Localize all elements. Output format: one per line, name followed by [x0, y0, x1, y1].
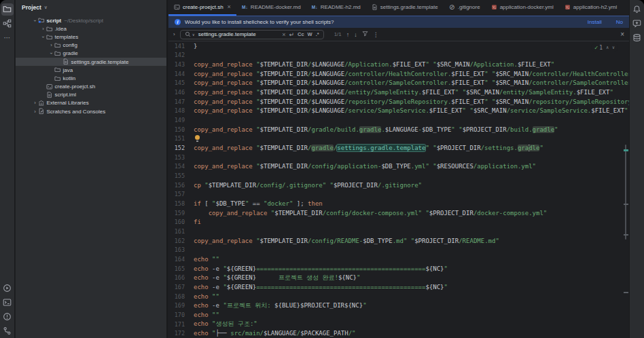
code-line-145[interactable]: 145copy_and_replace "$TEMPLATE_DIR/$LANG… — [168, 79, 629, 88]
search-input[interactable]: settings.gradle.template — [198, 31, 279, 37]
code-line-167[interactable]: 167echo -e "${GREEN}====================… — [168, 282, 629, 292]
folder-icon — [46, 34, 53, 41]
database-tool-button[interactable] — [631, 32, 643, 44]
scroll-mark[interactable] — [624, 204, 628, 205]
project-panel-header[interactable]: Project ∨ — [16, 0, 166, 14]
chevron-down-icon[interactable]: › — [40, 34, 46, 40]
next-problem-chevron-icon[interactable]: ∨ — [612, 45, 615, 50]
tab-README-docker.md[interactable]: M↓README-docker.md — [236, 0, 306, 16]
code-line-153[interactable]: 153 — [168, 153, 629, 162]
tree-item-kotlin[interactable]: kotlin — [16, 74, 166, 82]
no-link[interactable]: No — [616, 19, 623, 25]
inspections-widget[interactable]: ✓1 ∧ ∨ — [591, 43, 618, 52]
code-line-147[interactable]: 147copy_and_replace "$TEMPLATE_DIR/$LANG… — [168, 97, 629, 107]
ide-window: ⋯ Project ∨ ›script~/Desktop/script›.ide… — [0, 0, 644, 338]
run-tool-button[interactable] — [1, 282, 14, 295]
code-line-164[interactable]: 164echo "" — [168, 255, 629, 264]
clear-search-icon[interactable]: × — [282, 31, 285, 38]
code-line-171[interactable]: 171echo "생성된 구조:" — [168, 320, 629, 329]
code-line-165[interactable]: 165echo -e "${GREEN}====================… — [168, 264, 629, 274]
code-line-159[interactable]: 159 copy_and_replace "$TEMPLATE_DIR/conf… — [168, 208, 629, 218]
tree-item-settings.gradle.template[interactable]: settings.gradle.template — [16, 58, 166, 66]
code-line-146[interactable]: 146copy_and_replace "$TEMPLATE_DIR/$LANG… — [168, 88, 629, 97]
chevron-right-icon[interactable]: › — [32, 109, 38, 115]
code-line-155[interactable]: 155 — [168, 171, 629, 181]
code-line-168[interactable]: 168echo "" — [168, 292, 629, 301]
search-more-options-icon[interactable]: ⋮ — [373, 31, 379, 38]
tree-item-templates[interactable]: ›templates — [16, 33, 166, 41]
code-line-172[interactable]: 172echo "├── src/main/$LANGUAGE/$PACKAGE… — [168, 328, 629, 338]
newline-toggle-icon[interactable]: ↵ — [289, 31, 294, 38]
code-line-142[interactable]: 142 — [168, 51, 629, 60]
tab-.gitignore[interactable]: ⊘.gitignore — [444, 0, 486, 16]
chevron-right-icon[interactable]: › — [32, 100, 38, 106]
code-line-150[interactable]: 150copy_and_replace "$TEMPLATE_DIR/gradl… — [168, 125, 629, 134]
scroll-mark[interactable] — [624, 234, 628, 236]
chevron-down-icon[interactable]: › — [48, 50, 54, 56]
code-editor[interactable]: ✓1 ∧ ∨ 141}142143copy_and_replace "$TEMP… — [168, 41, 629, 338]
code-line-157[interactable]: 157 — [168, 190, 629, 200]
structure-tool-button[interactable] — [1, 18, 14, 30]
words-toggle[interactable]: W — [308, 31, 312, 37]
tree-item-script.iml[interactable]: script.iml — [16, 91, 166, 99]
code-line-156[interactable]: 156cp "$TEMPLATE_DIR/config/.gitignore" … — [168, 181, 629, 190]
chevron-right-icon[interactable]: › — [48, 42, 54, 48]
filter-icon[interactable] — [362, 31, 368, 38]
tree-item-script[interactable]: ›script~/Desktop/script — [16, 16, 166, 24]
code-line-170[interactable]: 170echo "" — [168, 310, 629, 320]
scroll-mark[interactable] — [624, 292, 628, 293]
code-line-148[interactable]: 148copy_and_replace "$TEMPLATE_DIR/$LANG… — [168, 107, 629, 116]
regex-toggle[interactable]: .* — [316, 31, 319, 37]
tree-item-gradle[interactable]: ›gradle — [16, 50, 166, 58]
chevron-right-icon[interactable]: › — [40, 26, 46, 32]
tab-application-docker.yml[interactable]: application-docker.yml — [486, 0, 559, 16]
tree-item-Scratches and Consoles[interactable]: ›Scratches and Consoles — [16, 107, 166, 115]
close-search-icon[interactable]: × — [620, 31, 624, 38]
previous-occurrence-button[interactable]: ↑ — [346, 31, 350, 38]
editor-scrollbar[interactable] — [625, 145, 626, 240]
chevron-down-icon[interactable]: › — [32, 18, 38, 24]
notifications-tool-button[interactable] — [631, 3, 643, 16]
code-line-162[interactable]: 162copy_and_replace "$TEMPLATE_DIR/confi… — [168, 236, 629, 246]
code-line-169[interactable]: 169echo -e "프로젝트 위치: ${BLUE}$PROJECT_DIR… — [168, 301, 629, 310]
terminal-tool-button[interactable] — [1, 297, 14, 309]
code-line-151[interactable]: 151 — [168, 134, 629, 144]
prev-problem-chevron-icon[interactable]: ∧ — [606, 45, 609, 50]
tree-item-External Libraries[interactable]: ›External Libraries — [16, 99, 166, 107]
tree-item-.idea[interactable]: ›.idea — [16, 24, 166, 33]
code-line-152[interactable]: 152copy_and_replace "$TEMPLATE_DIR/gradl… — [168, 143, 629, 153]
left-activity-bar: ⋯ — [0, 0, 15, 338]
tree-item-create-proejct.sh[interactable]: create-proejct.sh — [16, 83, 166, 91]
tab-application-h2.yml[interactable]: application-h2.yml — [559, 0, 622, 16]
next-occurrence-button[interactable]: ↓ — [354, 31, 357, 38]
tab-settings.gradle.template[interactable]: settings.gradle.template — [366, 0, 444, 16]
ai-assistant-tool-button[interactable] — [631, 18, 643, 30]
install-link[interactable]: Install — [588, 19, 602, 25]
intention-bulb-icon[interactable] — [195, 135, 200, 140]
code-line-144[interactable]: 144copy_and_replace "$TEMPLATE_DIR/$LANG… — [168, 69, 629, 79]
expand-replace-chevron-icon[interactable]: › — [173, 31, 175, 37]
code-line-163[interactable]: 163 — [168, 245, 629, 255]
code-line-160[interactable]: 160fi — [168, 217, 629, 227]
scroll-search-mark[interactable] — [624, 149, 628, 151]
version-control-tool-button[interactable] — [1, 325, 14, 337]
code-line-141[interactable]: 141} — [168, 41, 629, 51]
problems-tool-button[interactable] — [1, 311, 14, 323]
more-tools-tool-button[interactable]: ⋯ — [1, 32, 14, 44]
tab-close-icon[interactable]: × — [228, 4, 231, 10]
code-line-161[interactable]: 161 — [168, 227, 629, 236]
tree-item-config[interactable]: ›config — [16, 41, 166, 50]
code-line-158[interactable]: 158if [ "$DB_TYPE" == "docker" ]; then — [168, 199, 629, 208]
tab-create-proejct.sh[interactable]: create-proejct.sh× — [168, 0, 236, 16]
tabs-more-icon[interactable]: ⋮ — [622, 0, 629, 16]
tree-item-java[interactable]: java — [16, 66, 166, 74]
project-tool-button[interactable] — [1, 3, 14, 16]
search-field[interactable]: ∨ settings.gradle.template × ↵ Cc W .* — [180, 30, 324, 39]
code-line-149[interactable]: 149 — [168, 115, 629, 125]
code-line-166[interactable]: 166echo -e "${GREEN} 프로젝트 생성 완료!${NC}" — [168, 273, 629, 282]
code-line-154[interactable]: 154copy_and_replace "$TEMPLATE_DIR/confi… — [168, 162, 629, 172]
match-case-toggle[interactable]: Cc — [298, 31, 304, 37]
tab-README-h2.md[interactable]: M↓README-h2.md — [306, 0, 366, 16]
code-line-143[interactable]: 143copy_and_replace "$TEMPLATE_DIR/$LANG… — [168, 60, 629, 69]
search-history-chevron-icon[interactable]: ∨ — [192, 33, 195, 37]
